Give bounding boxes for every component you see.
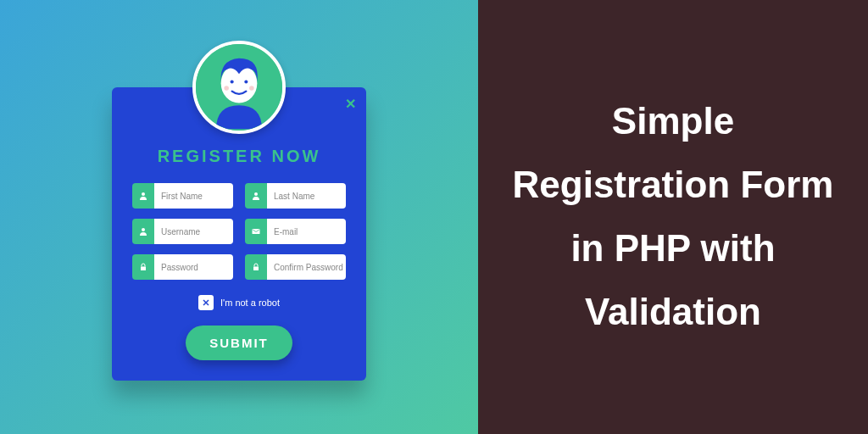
close-icon[interactable]: ✕ bbox=[345, 96, 356, 112]
confirm-password-field bbox=[245, 254, 346, 280]
user-icon bbox=[132, 219, 154, 244]
register-card: ✕ REGISTER NOW bbox=[112, 87, 366, 381]
password-field bbox=[132, 254, 233, 280]
svg-point-7 bbox=[254, 192, 258, 196]
submit-button[interactable]: SUBMIT bbox=[186, 326, 292, 360]
avatar bbox=[192, 41, 286, 134]
robot-row: I'm not a robot bbox=[132, 295, 346, 310]
robot-checkbox[interactable] bbox=[198, 295, 214, 310]
username-input[interactable] bbox=[154, 219, 233, 244]
svg-rect-9 bbox=[253, 229, 260, 234]
svg-point-4 bbox=[224, 86, 229, 91]
form-title: REGISTER NOW bbox=[132, 147, 346, 166]
first-name-field bbox=[132, 183, 233, 209]
close-x-icon bbox=[201, 298, 211, 308]
right-panel: Simple Registration Form in PHP with Val… bbox=[478, 0, 868, 434]
first-name-input[interactable] bbox=[154, 183, 233, 209]
robot-label: I'm not a robot bbox=[220, 298, 280, 308]
username-field bbox=[132, 219, 233, 244]
user-icon bbox=[132, 183, 154, 209]
confirm-password-input[interactable] bbox=[267, 254, 346, 280]
password-input[interactable] bbox=[154, 254, 233, 280]
field-grid bbox=[132, 183, 346, 280]
svg-point-3 bbox=[244, 80, 248, 83]
avatar-icon bbox=[196, 44, 282, 131]
email-field bbox=[245, 219, 346, 244]
svg-point-2 bbox=[231, 80, 234, 83]
lock-icon bbox=[245, 254, 267, 280]
left-panel: ✕ REGISTER NOW bbox=[0, 0, 478, 434]
last-name-field bbox=[245, 183, 346, 209]
last-name-input[interactable] bbox=[267, 183, 346, 209]
lock-icon bbox=[132, 254, 154, 280]
svg-point-5 bbox=[249, 86, 254, 91]
svg-rect-10 bbox=[141, 267, 146, 271]
page-title: Simple Registration Form in PHP with Val… bbox=[512, 90, 834, 343]
email-icon bbox=[245, 219, 267, 244]
svg-point-6 bbox=[142, 192, 145, 196]
user-icon bbox=[245, 183, 267, 209]
svg-point-8 bbox=[142, 228, 145, 231]
svg-rect-11 bbox=[253, 267, 259, 271]
email-input[interactable] bbox=[267, 219, 346, 244]
